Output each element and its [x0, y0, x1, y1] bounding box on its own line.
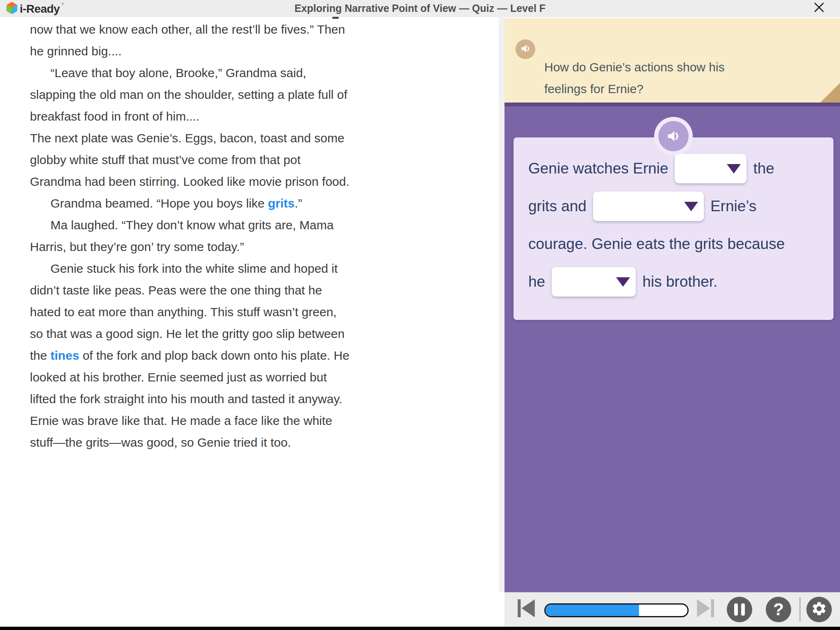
passage-line: so that was a good sign. He let the grit…	[30, 323, 489, 345]
passage-line: Grandma had been stirring. Looked like m…	[30, 171, 489, 192]
passage-line: lifted the fork straight into his mouth …	[30, 388, 489, 410]
passage-text: Ernie was brave like that. He made a fac…	[30, 414, 332, 427]
cloze-text: courage. Genie eats the grits because	[528, 235, 785, 253]
passage-line: stuff—the grits—was good, so Genie tried…	[30, 431, 489, 453]
settings-button[interactable]	[806, 597, 832, 622]
passage-line: didn’t taste like peas. Peas were the on…	[30, 279, 489, 301]
passage-text: now that we know each other, all the res…	[30, 23, 345, 36]
passage-line: “Leave that boy alone, Brooke,” Grandma …	[30, 62, 489, 84]
gear-icon	[811, 600, 827, 619]
cloze-dropdown-1[interactable]	[675, 154, 746, 183]
passage-line: he grinned big....	[30, 40, 489, 62]
playback-controls: ?	[504, 592, 840, 627]
question-audio-button[interactable]	[516, 39, 535, 59]
passage-text: globby white stuff that must’ve come fro…	[30, 153, 301, 167]
passage-text: Harris, but they’re gon’ try some today.…	[30, 240, 244, 253]
quiz-app: i-Ready ® Exploring Narrative Point of V…	[0, 0, 840, 630]
cloze-text: Genie watches Ernie	[528, 160, 668, 177]
chevron-down-icon	[616, 277, 630, 287]
passage-line: now that we know each other, all the res…	[30, 18, 489, 40]
speaker-icon	[658, 121, 689, 151]
skip-forward-button[interactable]	[695, 598, 716, 619]
passage-text: .”	[294, 196, 302, 210]
progress-bar[interactable]	[544, 603, 689, 617]
iready-logo: i-Ready ®	[6, 1, 64, 16]
passage-text: lifted the fork straight into his mouth …	[30, 392, 342, 406]
passage: now that we know each other, all the res…	[30, 18, 489, 453]
controls-divider	[799, 597, 801, 622]
x-icon	[813, 1, 826, 16]
pause-icon	[734, 603, 745, 616]
header-bar: i-Ready ® Exploring Narrative Point of V…	[0, 0, 840, 17]
close-button[interactable]	[812, 2, 826, 15]
passage-line: Harris, but they’re gon’ try some today.…	[30, 236, 489, 258]
passage-line: Ma laughed. “They don’t know what grits …	[30, 214, 489, 236]
cloze-text: his brother.	[642, 273, 717, 290]
skip-to-start-icon	[516, 613, 536, 620]
passage-text: Ma laughed. “They don’t know what grits …	[50, 218, 333, 232]
passage-text: Genie stuck his fork into the white slim…	[50, 262, 338, 275]
passage-line: the tines of the fork and plop back down…	[30, 345, 489, 366]
passage-line: looked at his brother. Ernie seemed just…	[30, 366, 489, 388]
passage-text: the	[30, 349, 50, 362]
passage-text: The next plate was Genie’s. Eggs, bacon,…	[30, 131, 345, 145]
cloze-text: Ernie’s	[710, 198, 756, 215]
cloze-line: courage. Genie eats the grits because	[528, 229, 819, 259]
question-text: How do Genie’s actions show hisfeelings …	[544, 56, 725, 100]
bottom-edge-bar	[0, 627, 840, 630]
chevron-down-icon	[684, 202, 698, 211]
passage-text: breakfast food in front of him....	[30, 110, 200, 123]
cloze-text: the	[753, 160, 774, 177]
passage-text: he grinned big....	[30, 44, 122, 58]
vocab-link[interactable]: grits	[268, 196, 294, 210]
cloze-audio-button[interactable]	[654, 117, 693, 155]
passage-line: breakfast food in front of him....	[30, 105, 489, 127]
cloze-line: Genie watches Erniethe	[528, 154, 819, 183]
question-box-shadow	[504, 103, 840, 106]
cloze-text: he	[528, 273, 545, 290]
passage-text: didn’t taste like peas. Peas were the on…	[30, 283, 322, 297]
pause-button[interactable]	[727, 597, 752, 622]
cloze-text: grits and	[528, 198, 587, 215]
speaker-icon	[520, 43, 531, 56]
passage-edge-gutter	[499, 16, 504, 592]
passage-line: Genie stuck his fork into the white slim…	[30, 258, 489, 279]
passage-line: Grandma beamed. “Hope you boys like grit…	[30, 192, 489, 214]
passage-line: globby white stuff that must’ve come fro…	[30, 149, 489, 171]
question-mark-icon: ?	[773, 597, 784, 622]
page-title: Exploring Narrative Point of View — Quiz…	[294, 2, 546, 14]
cloze-line: hehis brother.	[528, 267, 819, 297]
help-button[interactable]: ?	[766, 597, 791, 622]
passage-line: Ernie was brave like that. He made a fac…	[30, 410, 489, 431]
skip-back-button[interactable]	[516, 598, 536, 619]
cloze-dropdown-3[interactable]	[552, 267, 636, 297]
vocab-link[interactable]: tines	[50, 349, 79, 362]
passage-line: hated to eat more than anything. This st…	[30, 301, 489, 323]
logo-text: i-Ready	[20, 2, 60, 16]
question-text-line: feelings for Ernie?	[544, 78, 725, 100]
page-fold-corner	[820, 83, 840, 103]
skip-to-end-icon	[695, 613, 716, 620]
progress-fill	[546, 605, 639, 616]
cloze-line: grits andErnie’s	[528, 192, 819, 221]
question-text-line: How do Genie’s actions show his	[544, 56, 725, 78]
passage-text: Grandma beamed. “Hope you boys like	[50, 196, 268, 210]
passage-text: so that was a good sign. He let the grit…	[30, 327, 345, 340]
passage-text: stuff—the grits—was good, so Genie tried…	[30, 436, 291, 449]
passage-text: Grandma had been stirring. Looked like m…	[30, 175, 349, 188]
cloze-card: Genie watches Erniethegrits andErnie’sco…	[514, 137, 833, 320]
cloze-dropdown-2[interactable]	[593, 192, 704, 221]
chevron-down-icon	[727, 164, 741, 173]
passage-text: of the fork and plop back down onto his …	[79, 349, 349, 362]
iready-cube-icon	[6, 1, 18, 16]
passage-line: slapping the old man on the shoulder, se…	[30, 84, 489, 105]
passage-text: looked at his brother. Ernie seemed just…	[30, 370, 327, 384]
logo-registered-mark: ®	[62, 2, 64, 6]
question-box: How do Genie’s actions show hisfeelings …	[504, 18, 840, 103]
passage-text: slapping the old man on the shoulder, se…	[30, 88, 347, 101]
passage-text: “Leave that boy alone, Brooke,” Grandma …	[50, 66, 306, 80]
passage-line: The next plate was Genie’s. Eggs, bacon,…	[30, 127, 489, 149]
passage-text: hated to eat more than anything. This st…	[30, 305, 337, 319]
